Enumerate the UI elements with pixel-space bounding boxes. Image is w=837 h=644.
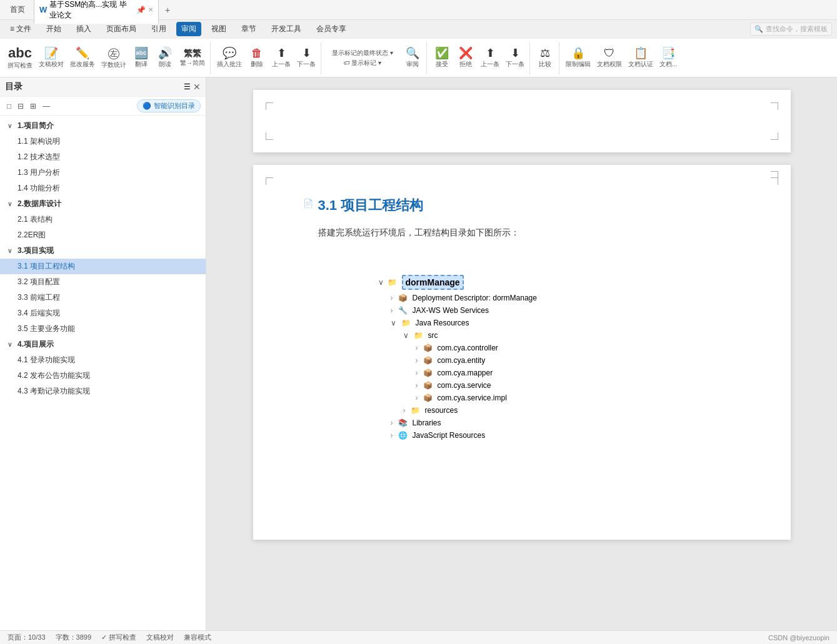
sidebar-icon-toc[interactable]: ☰ <box>184 82 191 91</box>
translate-btn[interactable]: 🔤 翻译 <box>130 44 153 72</box>
tree-item-service-impl: › 📦 com.cya.service.impl <box>416 392 741 404</box>
tree-java-children: ∨ 📁 src › 📦 com.cya.controller › <box>403 329 741 417</box>
mapper-expand: › <box>416 369 418 377</box>
doc-cert-btn[interactable]: 📋 文档认证 <box>626 44 656 72</box>
resources-icon: 📁 <box>411 406 420 415</box>
spell-check-btn[interactable]: abc 拼写检查 <box>5 44 35 72</box>
toc-item-3-2[interactable]: 3.2 项目配置 <box>0 274 206 290</box>
doc-more-label: 文档... <box>659 60 677 69</box>
libraries-expand: › <box>391 419 393 427</box>
page-content: 3.1 项目工程结构 搭建完系统运行环境后，工程结构目录如下图所示： <box>318 196 519 248</box>
page-mark-br <box>771 132 778 140</box>
toc-label-2-2: 2.2ER图 <box>18 230 46 240</box>
tab-document[interactable]: W 基于SSM的高...实现 毕业论文 📌 ✕ <box>34 0 159 24</box>
tab-add[interactable]: + <box>160 2 175 17</box>
tree-item-service: › 📦 com.cya.service <box>416 379 741 392</box>
toc-label-4-3: 4.3 考勤记录功能实现 <box>18 386 90 397</box>
toc-label-3-3: 3.3 前端工程 <box>18 292 60 303</box>
sidebar: 目录 ☰ ✕ □ ⊟ ⊞ — 🔵 智能识别目录 ∨ 1.项目简介 <box>0 77 206 630</box>
sidebar-collapse-all[interactable]: ⊟ <box>16 101 26 112</box>
doc-check-btn[interactable]: 📝 文稿校对 <box>36 44 66 72</box>
tab-close[interactable]: ✕ <box>148 6 153 13</box>
menu-review[interactable]: 审阅 <box>176 22 201 36</box>
accept-btn[interactable]: ✅ 接受 <box>431 44 453 72</box>
prev-comment-btn[interactable]: ⬆ 上一条 <box>269 44 293 72</box>
doc-icon: 📄 <box>303 199 313 208</box>
wordcount-btn[interactable]: ㊧ 字数统计 <box>99 44 129 72</box>
restrict-edit-btn[interactable]: 🔒 限制编辑 <box>563 44 593 72</box>
jaxws-label: JAX-WS Web Services <box>413 306 489 315</box>
toc-label-2-1: 2.1 表结构 <box>18 214 53 225</box>
toc-item-1-3[interactable]: 1.3 用户分析 <box>0 165 206 181</box>
toc-item-2-2[interactable]: 2.2ER图 <box>0 227 206 243</box>
src-label: src <box>428 331 438 340</box>
menu-start[interactable]: 开始 <box>41 22 66 36</box>
show-markup-btn[interactable]: 显示标记的最终状态 ▾ 🏷 显示标记 ▾ <box>325 44 400 72</box>
compare-btn[interactable]: ⚖ 比较 <box>534 44 556 72</box>
insert-comment-icon: 💬 <box>223 47 236 59</box>
toc-item-4[interactable]: ∨ 4.项目展示 <box>0 337 206 352</box>
src-expand: ∨ <box>403 331 409 340</box>
menu-insert[interactable]: 插入 <box>71 22 96 36</box>
toc-item-1[interactable]: ∨ 1.项目简介 <box>0 118 206 134</box>
java-label: Java Resources <box>416 319 469 327</box>
next-change-btn[interactable]: ⬇ 下一条 <box>503 44 527 72</box>
menu-devtools[interactable]: 开发工具 <box>266 22 306 36</box>
tab-label: 基于SSM的高...实现 毕业论文 <box>49 0 134 21</box>
insert-comment-btn[interactable]: 💬 插入批注 <box>214 44 244 72</box>
doc-more-btn[interactable]: 📑 文档... <box>657 44 679 72</box>
toc-item-1-1[interactable]: 1.1 架构说明 <box>0 134 206 149</box>
toc-label-3-1: 3.1 项目工程结构 <box>18 261 75 272</box>
toc-item-4-1[interactable]: 4.1 登录功能实现 <box>0 352 206 368</box>
toc-item-2-1[interactable]: 2.1 表结构 <box>0 212 206 227</box>
doc-rights-btn[interactable]: 🛡 文档权限 <box>594 44 624 72</box>
resources-expand: › <box>403 406 406 415</box>
menu-layout[interactable]: 页面布局 <box>101 22 141 36</box>
menu-vip[interactable]: 会员专享 <box>311 22 351 36</box>
sidebar-add[interactable]: ⊞ <box>28 101 38 112</box>
review-pane-btn[interactable]: 🔍 审阅 <box>401 44 424 72</box>
tab-home[interactable]: 首页 <box>3 2 33 17</box>
toc-item-4-2[interactable]: 4.2 发布公告功能实现 <box>0 368 206 384</box>
next-comment-btn[interactable]: ⬇ 下一条 <box>294 44 318 72</box>
search-box[interactable]: 🔍 查找命令，搜索模板 <box>750 22 832 36</box>
status-left: 页面：10/33 字数：3899 ✓ 拼写检查 文稿校对 兼容模式 <box>8 633 211 642</box>
toc-item-1-4[interactable]: 1.4 功能分析 <box>0 181 206 196</box>
smart-toc-btn[interactable]: 🔵 智能识别目录 <box>137 99 201 112</box>
content-area[interactable]: 📄 3.1 项目工程结构 搭建完系统运行环境后，工程结构目录如下图所示： ∨ 📁… <box>206 77 837 630</box>
sidebar-minus[interactable]: — <box>41 101 52 112</box>
menu-reference[interactable]: 引用 <box>146 22 171 36</box>
next-comment-icon: ⬇ <box>302 47 311 59</box>
sidebar-close[interactable]: ✕ <box>193 82 201 92</box>
expand-icon-3: ∨ <box>8 247 15 254</box>
smart-icon: 🔵 <box>143 102 151 110</box>
menu-file[interactable]: ≡ 文件 <box>5 22 36 36</box>
delete-comment-btn[interactable]: 🗑 删除 <box>246 44 268 72</box>
sidebar-expand-all[interactable]: □ <box>5 101 13 112</box>
tts-btn[interactable]: 🔊 朗读 <box>154 44 176 72</box>
tree-children: › 📦 Deployment Descriptor: dormManage › … <box>391 292 741 442</box>
toc-item-3-5[interactable]: 3.5 主要业务功能 <box>0 321 206 337</box>
toc-label-4-2: 4.2 发布公告功能实现 <box>18 370 90 381</box>
menu-view[interactable]: 视图 <box>206 22 231 36</box>
reject-btn[interactable]: ❌ 拒绝 <box>454 44 477 72</box>
doc-check-label: 文稿校对 <box>39 60 64 69</box>
status-spell[interactable]: ✓ 拼写检查 <box>101 633 136 642</box>
toc-item-3-3[interactable]: 3.3 前端工程 <box>0 290 206 305</box>
toc-item-3[interactable]: ∨ 3.项目实现 <box>0 243 206 259</box>
toc-label-2: 2.数据库设计 <box>18 199 61 209</box>
trad-simp-btn[interactable]: 繁繁 繁→简简 <box>178 44 208 72</box>
toc-item-4-3[interactable]: 4.3 考勤记录功能实现 <box>0 384 206 399</box>
prev-change-btn[interactable]: ⬆ 上一条 <box>478 44 502 72</box>
toc-item-3-1[interactable]: 3.1 项目工程结构 <box>0 259 206 274</box>
deploy-expand: › <box>391 294 393 302</box>
correction-btn[interactable]: ✏️ 批改服务 <box>68 44 98 72</box>
toc-item-2[interactable]: ∨ 2.数据库设计 <box>0 196 206 212</box>
toc-label-3-5: 3.5 主要业务功能 <box>18 324 75 334</box>
menu-chapter[interactable]: 章节 <box>236 22 261 36</box>
doc-more-icon: 📑 <box>661 47 675 59</box>
pin-icon: 📌 <box>136 6 146 14</box>
toc-item-3-4[interactable]: 3.4 后端实现 <box>0 305 206 321</box>
toc-item-1-2[interactable]: 1.2 技术选型 <box>0 149 206 165</box>
status-doc-check[interactable]: 文稿校对 <box>146 633 174 642</box>
